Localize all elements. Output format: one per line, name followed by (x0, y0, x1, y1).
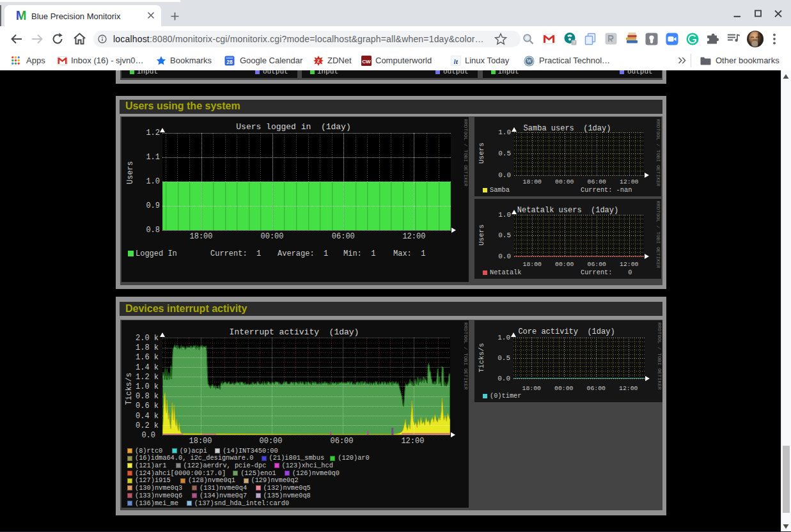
svg-text:M: M (16, 10, 27, 21)
svg-text:Z: Z (317, 59, 320, 63)
svg-text:CW: CW (362, 59, 371, 65)
svg-text:28: 28 (226, 59, 233, 65)
svg-text:?: ? (573, 40, 576, 45)
svg-text:W: W (527, 58, 532, 64)
